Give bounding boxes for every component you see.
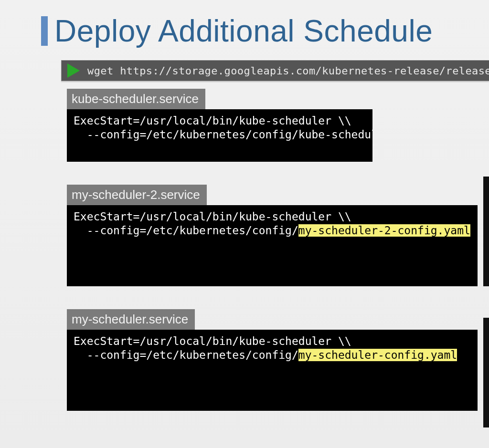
wget-command-text: wget https://storage.googleapis.com/kube… (87, 65, 489, 77)
title-accent-bar (41, 16, 48, 46)
code-line-1: ExecStart=/usr/local/bin/kube-scheduler … (74, 115, 351, 127)
slide-title-row: Deploy Additional Schedule (41, 13, 489, 49)
slide-title: Deploy Additional Schedule (54, 13, 433, 49)
service-label: my-scheduler-2.service (67, 185, 207, 205)
code-line-2-prefix: --config=/etc/kubernetes/config/ (74, 128, 298, 141)
cropped-dark-panel (483, 318, 489, 427)
wget-command-bar: wget https://storage.googleapis.com/kube… (61, 60, 489, 81)
service-block-2: my-scheduler-2.service ExecStart=/usr/lo… (67, 185, 489, 286)
code-line-2-suffix: kube-scheduler.yaml (298, 128, 372, 141)
code-line-2-prefix: --config=/etc/kubernetes/config/ (74, 349, 298, 361)
code-line-2-highlight: my-scheduler-2-config.yaml (298, 224, 470, 237)
service-label: kube-scheduler.service (67, 89, 205, 109)
code-line-1: ExecStart=/usr/local/bin/kube-scheduler … (74, 210, 351, 223)
service-block-1: kube-scheduler.service ExecStart=/usr/lo… (67, 89, 489, 162)
code-line-2-highlight: my-scheduler-config.yaml (298, 349, 457, 361)
slide: Deploy Additional Schedule wget https://… (0, 0, 489, 448)
code-line-1: ExecStart=/usr/local/bin/kube-scheduler … (74, 335, 351, 347)
service-label: my-scheduler.service (67, 309, 195, 330)
code-line-2-prefix: --config=/etc/kubernetes/config/ (74, 224, 298, 237)
play-icon (67, 63, 80, 78)
cropped-dark-panel (483, 177, 489, 286)
service-block-3: my-scheduler.service ExecStart=/usr/loca… (67, 309, 489, 411)
code-block: ExecStart=/usr/local/bin/kube-scheduler … (67, 330, 478, 411)
code-block: ExecStart=/usr/local/bin/kube-scheduler … (67, 205, 478, 286)
code-block: ExecStart=/usr/local/bin/kube-scheduler … (67, 109, 372, 162)
